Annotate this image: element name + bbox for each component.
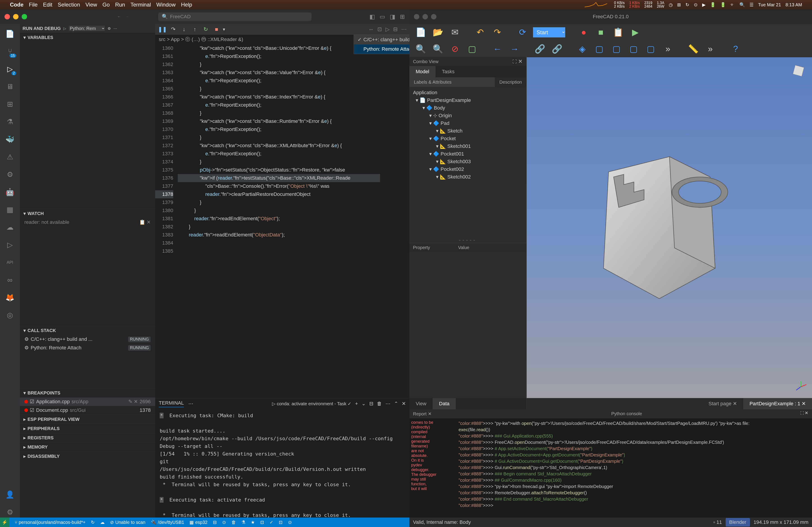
- gitlab-icon[interactable]: 🦊: [4, 292, 15, 303]
- play-icon[interactable]: ▷: [4, 239, 15, 250]
- data-tab[interactable]: Data: [433, 398, 455, 409]
- cloud-icon[interactable]: ☁: [4, 222, 15, 232]
- nav-cube[interactable]: [789, 62, 808, 80]
- battery-icon-2[interactable]: 🔋: [720, 2, 726, 7]
- tree-item[interactable]: ▾ 📐 Sketch001: [411, 142, 525, 150]
- warn-icon[interactable]: ⚠: [4, 151, 15, 162]
- layout-icon-1[interactable]: ◧: [369, 13, 375, 20]
- callstack-item[interactable]: ⚙ Python: Remote AttachRUNNING: [20, 344, 155, 352]
- icon-4[interactable]: ⊙: [694, 2, 698, 7]
- description-tab[interactable]: Description: [495, 77, 526, 87]
- infinity-icon[interactable]: ∞: [4, 274, 15, 285]
- menu-edit[interactable]: Edit: [43, 2, 52, 8]
- icon[interactable]: ★: [251, 520, 255, 525]
- robot-icon[interactable]: 🤖: [4, 187, 15, 197]
- icon[interactable]: ▷: [386, 26, 390, 32]
- gear-icon[interactable]: ⚙: [4, 507, 15, 517]
- icon[interactable]: ⊡: [260, 520, 264, 525]
- more-icon[interactable]: ⋯: [386, 401, 390, 407]
- nav-back-icon[interactable]: ←: [117, 15, 121, 19]
- model-tab[interactable]: Model: [409, 66, 436, 77]
- link-group-icon[interactable]: 🔗: [550, 42, 564, 56]
- icon-1[interactable]: ◷: [669, 2, 672, 7]
- close-icon[interactable]: ✕: [518, 59, 523, 64]
- split-icon[interactable]: ⊟: [369, 401, 373, 407]
- layout-icon-2[interactable]: ▭: [380, 13, 385, 20]
- command-center[interactable]: 🔍 FreeCAD: [158, 12, 311, 21]
- new-icon[interactable]: 📄: [414, 26, 427, 39]
- breakpoint-item[interactable]: ☑ Document.cpp src/Gui1378: [20, 406, 155, 415]
- close-icon[interactable]: ✕: [402, 401, 406, 407]
- tree-app[interactable]: Application: [411, 89, 525, 96]
- tree-item[interactable]: ▾ 🔷 Body: [411, 104, 525, 112]
- report-view[interactable]: comes to be(indirectly)compiled(internal…: [409, 418, 457, 517]
- step-out-icon[interactable]: ↑: [190, 25, 199, 34]
- icon-3[interactable]: ↻: [685, 2, 689, 7]
- right-view-icon[interactable]: ▢: [627, 42, 640, 56]
- top-view-icon[interactable]: ▢: [610, 42, 623, 56]
- more-views-icon[interactable]: »: [661, 42, 675, 56]
- more-icon[interactable]: »: [704, 42, 717, 56]
- api-icon[interactable]: API: [4, 257, 15, 268]
- minimize-button[interactable]: [422, 14, 428, 19]
- layout-icon-4[interactable]: ⊞: [400, 13, 405, 20]
- redo-icon[interactable]: ↷: [491, 26, 504, 39]
- icon-5[interactable]: ▶: [702, 2, 706, 7]
- task-label[interactable]: ▷ conda: activate environment - Task ✓: [272, 401, 351, 406]
- battery-icon[interactable]: 🔋: [710, 2, 716, 7]
- box-icon[interactable]: ▢: [465, 42, 479, 56]
- breakpoints-section[interactable]: ▾ BREAKPOINTS: [20, 388, 155, 397]
- scan-status[interactable]: ⊘ Unable to scan: [110, 520, 145, 525]
- tree-item[interactable]: ▾ 📐 Sketch002: [411, 173, 525, 181]
- wifi-icon[interactable]: ᯤ: [730, 2, 735, 7]
- zoom-selection-icon[interactable]: 🔍: [431, 42, 445, 56]
- maximize-icon[interactable]: ⌃: [394, 401, 398, 407]
- measure-icon[interactable]: 📏: [686, 42, 700, 56]
- debug-icon[interactable]: ▷2: [4, 63, 15, 74]
- front-view-icon[interactable]: ▢: [593, 42, 606, 56]
- tree-item[interactable]: ▾ 📄 PartDesignExample: [411, 96, 525, 104]
- icon[interactable]: ↔: [368, 26, 374, 32]
- registers-section[interactable]: ▸ REGISTERS: [20, 433, 155, 442]
- icon[interactable]: ⊡: [377, 26, 382, 32]
- trash-icon[interactable]: 🗑: [377, 401, 382, 407]
- remote-icon[interactable]: 🖥: [4, 81, 15, 92]
- tree-item[interactable]: ▾ ⊹ Origin: [411, 112, 525, 119]
- nav-fwd-icon[interactable]: →: [508, 42, 521, 56]
- peripherals-section[interactable]: ▸ PERIPHERALS: [20, 424, 155, 433]
- python-console[interactable]: "color:#888">>>> "py-kw">with open("py-s…: [457, 418, 812, 517]
- app-name[interactable]: Code: [10, 2, 24, 8]
- icon-2[interactable]: ⊞: [677, 2, 681, 7]
- save-icon[interactable]: ✉: [448, 26, 462, 39]
- memory-section[interactable]: ▸ MEMORY: [20, 442, 155, 451]
- terminal-output[interactable]: * Executing task: CMake: build build tas…: [155, 409, 409, 517]
- docker-icon[interactable]: 🐳: [4, 134, 15, 145]
- account-icon[interactable]: 👤: [4, 489, 15, 500]
- menu-window[interactable]: Window: [156, 2, 175, 8]
- start-debug-icon[interactable]: ▷: [63, 26, 66, 31]
- report-label[interactable]: Report ✕: [409, 409, 457, 418]
- tree-item[interactable]: ▾ 🔷 Pocket002: [411, 165, 525, 173]
- tree-item[interactable]: ▾ 🔷 Pad: [411, 119, 525, 127]
- menu-go[interactable]: Go: [102, 2, 110, 8]
- minimap[interactable]: [380, 44, 409, 398]
- minimize-button[interactable]: [13, 14, 18, 19]
- tree-item[interactable]: ▾ 🔷 Pocket001: [411, 150, 525, 158]
- board-icon[interactable]: ▦: [4, 204, 15, 215]
- control-center-icon[interactable]: ☰: [750, 2, 754, 7]
- draw-style-icon[interactable]: ⊘: [448, 42, 462, 56]
- nav-style-button[interactable]: Blender: [726, 518, 750, 527]
- icon[interactable]: ⊟: [393, 26, 398, 32]
- add-terminal-icon[interactable]: +: [355, 401, 358, 407]
- callstack-item[interactable]: ⚙ C/C++: clang++ build and ...RUNNING: [20, 335, 155, 344]
- watch-section[interactable]: ▾ WATCH: [20, 209, 155, 218]
- tty-indicator[interactable]: 🔌 /dev/ttyUSB1: [151, 520, 184, 525]
- 3d-viewport[interactable]: [527, 57, 812, 398]
- menu-file[interactable]: File: [29, 2, 38, 8]
- target-icon[interactable]: ◎: [4, 310, 15, 320]
- icon[interactable]: ⊙: [288, 520, 292, 525]
- workbench-select[interactable]: Start: [533, 27, 565, 37]
- undo-icon[interactable]: ↶: [474, 26, 487, 39]
- macro-icon[interactable]: 📋: [611, 26, 625, 39]
- step-into-icon[interactable]: ↓: [179, 25, 189, 34]
